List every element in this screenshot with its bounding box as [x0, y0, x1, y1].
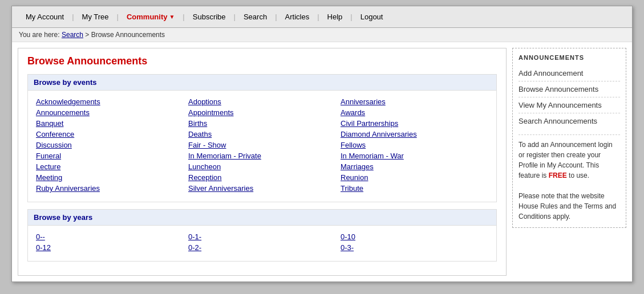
link-adoptions[interactable]: Adoptions — [186, 96, 338, 107]
nav-logout[interactable]: Logout — [353, 8, 391, 26]
nav-subscribe[interactable]: Subscribe — [185, 8, 234, 26]
sidebar-info-line3: to use. — [569, 172, 589, 179]
link-ruby-anniversaries[interactable]: Ruby Anniversaries — [34, 183, 186, 194]
browse-events-header: Browse by events — [28, 75, 496, 91]
navbar: My Account | My Tree | Community ▼ | Sub… — [12, 6, 632, 28]
link-fellows[interactable]: Fellows — [338, 140, 491, 150]
link-tribute[interactable]: Tribute — [338, 183, 491, 194]
events-col2: Adoptions Appointments Births Deaths Fai… — [186, 96, 338, 194]
nav-my-account[interactable]: My Account — [18, 8, 72, 26]
main-area: Browse Announcements Browse by events Ac… — [12, 42, 632, 281]
link-silver-anniversaries[interactable]: Silver Anniversaries — [186, 183, 338, 194]
link-deaths[interactable]: Deaths — [186, 129, 338, 140]
link-0-2-[interactable]: 0-2- — [186, 242, 338, 253]
breadcrumb-current: Browse Announcements — [91, 31, 165, 39]
link-in-memoriam-private[interactable]: In Memoriam - Private — [186, 150, 338, 161]
events-col3: Anniversaries Awards Civil Partnerships … — [338, 96, 491, 194]
content-panel: Browse Announcements Browse by events Ac… — [18, 48, 507, 276]
sidebar: ANNOUNCEMENTS Add Announcement Browse An… — [512, 48, 626, 276]
link-civil-partnerships[interactable]: Civil Partnerships — [338, 118, 491, 129]
years-col3: 0-10 0-3- — [338, 231, 491, 253]
nav-search[interactable]: Search — [236, 8, 275, 26]
link-reception[interactable]: Reception — [186, 172, 338, 183]
community-dropdown-icon: ▼ — [169, 14, 175, 20]
browse-years-body: 0-- 0-12 0-1- 0-2- 0-10 0-3- — [28, 226, 496, 261]
browse-years-header: Browse by years — [28, 210, 496, 226]
sidebar-browse-announcements[interactable]: Browse Announcements — [519, 81, 620, 97]
years-col2: 0-1- 0-2- — [186, 231, 338, 253]
link-0--[interactable]: 0-- — [34, 231, 186, 242]
page-title: Browse Announcements — [27, 55, 497, 67]
main-window: My Account | My Tree | Community ▼ | Sub… — [11, 6, 633, 282]
sidebar-title: ANNOUNCEMENTS — [519, 54, 620, 61]
years-col1: 0-- 0-12 — [34, 231, 186, 253]
nav-help[interactable]: Help — [319, 8, 351, 26]
breadcrumb: You are here: Search > Browse Announceme… — [12, 28, 632, 42]
link-conference[interactable]: Conference — [34, 129, 186, 140]
link-0-3-[interactable]: 0-3- — [338, 242, 491, 253]
link-marriages[interactable]: Marriages — [338, 161, 491, 172]
nav-community[interactable]: Community ▼ — [119, 8, 183, 26]
sidebar-box: ANNOUNCEMENTS Add Announcement Browse An… — [512, 48, 626, 228]
link-funeral[interactable]: Funeral — [34, 150, 186, 161]
link-in-memoriam-war[interactable]: In Memoriam - War — [338, 150, 491, 161]
link-0-1-[interactable]: 0-1- — [186, 231, 338, 242]
years-links-grid: 0-- 0-12 0-1- 0-2- 0-10 0-3- — [34, 231, 491, 253]
link-meeting[interactable]: Meeting — [34, 172, 186, 183]
link-awards[interactable]: Awards — [338, 107, 491, 118]
breadcrumb-search-link[interactable]: Search — [62, 31, 83, 39]
link-anniversaries[interactable]: Anniversaries — [338, 96, 491, 107]
link-0-12[interactable]: 0-12 — [34, 242, 186, 253]
sidebar-view-my-announcements[interactable]: View My Announcements — [519, 97, 620, 113]
link-acknowledgements[interactable]: Acknowledgements — [34, 96, 186, 107]
link-fair-show[interactable]: Fair - Show — [186, 140, 338, 150]
browse-events-body: Acknowledgements Announcements Banquet C… — [28, 91, 496, 202]
link-banquet[interactable]: Banquet — [34, 118, 186, 129]
nav-articles[interactable]: Articles — [277, 8, 318, 26]
link-0-10[interactable]: 0-10 — [338, 231, 491, 242]
sidebar-info: To add an Announcement login or register… — [519, 134, 620, 222]
link-luncheon[interactable]: Luncheon — [186, 161, 338, 172]
link-diamond-anniversaries[interactable]: Diamond Anniversaries — [338, 129, 491, 140]
sidebar-info-line4: Please note that the website House Rules… — [519, 191, 620, 222]
nav-my-tree[interactable]: My Tree — [74, 8, 117, 26]
link-appointments[interactable]: Appointments — [186, 107, 338, 118]
breadcrumb-separator: > — [85, 31, 91, 39]
browse-events-section: Browse by events Acknowledgements Announ… — [27, 74, 497, 202]
events-links-grid: Acknowledgements Announcements Banquet C… — [34, 96, 491, 194]
events-col1: Acknowledgements Announcements Banquet C… — [34, 96, 186, 194]
sidebar-add-announcement[interactable]: Add Announcement — [519, 66, 620, 81]
breadcrumb-prefix: You are here: — [19, 31, 60, 39]
link-announcements[interactable]: Announcements — [34, 107, 186, 118]
link-discussion[interactable]: Discussion — [34, 140, 186, 150]
sidebar-search-announcements[interactable]: Search Announcements — [519, 113, 620, 129]
sidebar-free-label: FREE — [549, 172, 567, 179]
browse-years-section: Browse by years 0-- 0-12 0-1- 0-2- 0-10 — [27, 209, 497, 262]
link-reunion[interactable]: Reunion — [338, 172, 491, 183]
link-lecture[interactable]: Lecture — [34, 161, 186, 172]
link-births[interactable]: Births — [186, 118, 338, 129]
